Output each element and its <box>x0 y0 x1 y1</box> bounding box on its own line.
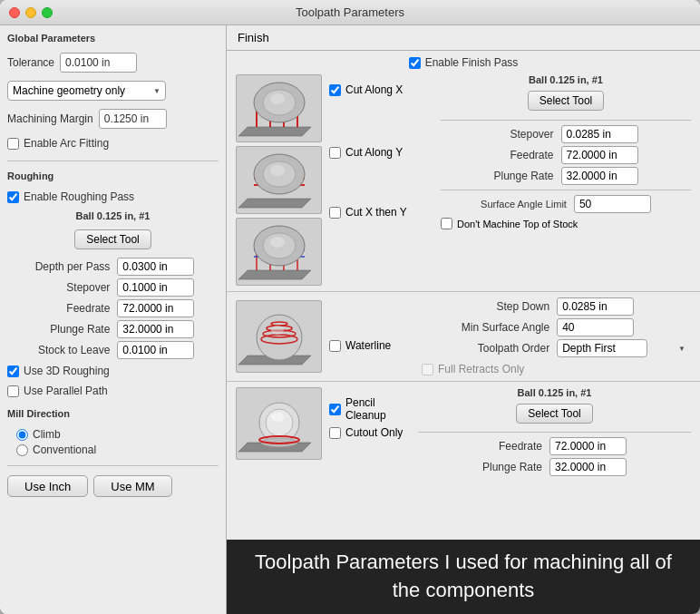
zoom-button[interactable] <box>42 7 53 18</box>
machining-margin-input[interactable] <box>99 109 167 129</box>
surface-angle-limit-input[interactable] <box>574 195 651 213</box>
cut-along-x-checkbox[interactable] <box>329 84 341 96</box>
pencil-cleanup-label: Pencil Cleanup <box>345 396 411 422</box>
finish-select-tool-btn[interactable]: Select Tool <box>528 91 604 111</box>
toolpath-order-wrapper: Depth First Breadth First <box>557 339 691 357</box>
stock-to-leave-input[interactable] <box>117 341 194 359</box>
waterline-preview <box>236 300 322 373</box>
pencil-feedrate-input[interactable] <box>549 437 627 455</box>
finish-plunge-label: Plunge Rate <box>441 170 554 182</box>
enable-finish-pass-checkbox[interactable] <box>409 57 421 69</box>
svg-marker-16 <box>238 270 311 279</box>
titlebar: Toolpath Parameters <box>0 0 700 25</box>
depth-per-pass-input[interactable] <box>117 258 194 276</box>
use-inch-btn[interactable]: Use Inch <box>7 475 88 497</box>
cut-along-y-checkbox[interactable] <box>329 147 341 159</box>
cut-along-y-label: Cut Along Y <box>345 146 403 159</box>
svg-point-7 <box>270 93 285 104</box>
enable-roughing-checkbox[interactable] <box>7 191 19 203</box>
cutout-only-checkbox[interactable] <box>329 427 341 439</box>
step-down-input[interactable] <box>557 297 634 316</box>
cut-along-x-preview <box>236 74 322 142</box>
pencil-section: Pencil Cleanup Cutout Only Ball 0.125 in… <box>227 382 700 482</box>
step-down-label: Step Down <box>418 300 549 313</box>
minimize-button[interactable] <box>25 7 36 18</box>
cutout-only-label: Cutout Only <box>345 426 403 439</box>
cut-along-y-preview <box>236 146 322 214</box>
window-title: Toolpath Parameters <box>296 5 404 19</box>
depth-per-pass-label: Depth per Pass <box>11 260 110 273</box>
enable-arc-fitting-checkbox[interactable] <box>7 138 19 150</box>
use-mm-btn[interactable]: Use MM <box>93 475 171 497</box>
svg-point-33 <box>271 326 284 335</box>
pencil-preview <box>236 387 322 460</box>
finish-feedrate-input[interactable] <box>561 146 638 164</box>
min-surface-angle-input[interactable] <box>557 318 634 336</box>
traffic-lights <box>9 7 53 18</box>
finish-stepover-input[interactable] <box>561 125 638 143</box>
full-retracts-only-label: Full Retracts Only <box>438 363 524 375</box>
svg-point-15 <box>270 165 285 176</box>
pencil-plunge-input[interactable] <box>549 458 627 476</box>
right-content: Enable Finish Pass <box>227 51 700 540</box>
roughing-header: Roughing <box>7 171 219 181</box>
enable-arc-fitting-label: Enable Arc Fitting <box>24 137 109 150</box>
plunge-rate-left-label: Plunge Rate <box>11 323 110 336</box>
use-3d-roughing-checkbox[interactable] <box>7 365 19 377</box>
machine-geometry-wrapper: Machine geometry only <box>7 81 166 101</box>
climb-label: Climb <box>33 428 61 441</box>
stepover-left-input[interactable] <box>117 278 194 297</box>
waterline-checkbox[interactable] <box>329 340 341 352</box>
feedrate-left-label: Feedrate <box>11 302 110 315</box>
svg-point-39 <box>271 413 284 422</box>
stock-to-leave-label: Stock to Leave <box>11 344 110 356</box>
finish-stepover-label: Stepover <box>441 128 554 141</box>
dont-machine-top-checkbox[interactable] <box>441 218 452 229</box>
toolpath-order-label: Toolpath Order <box>418 342 549 355</box>
toolpath-order-select[interactable]: Depth First Breadth First <box>557 339 647 357</box>
feedrate-left-input[interactable] <box>117 299 194 317</box>
stepover-left-label: Stepover <box>11 281 110 294</box>
global-params-header: Global Parameters <box>7 33 219 44</box>
close-button[interactable] <box>9 7 20 18</box>
dont-machine-top-label: Don't Machine Top of Stock <box>457 219 578 229</box>
conventional-radio[interactable] <box>16 444 28 456</box>
left-panel: Global Parameters Tolerance Machine geom… <box>0 25 227 614</box>
full-retracts-only-checkbox[interactable] <box>422 364 433 375</box>
pencil-feedrate-label: Feedrate <box>418 440 542 453</box>
conventional-label: Conventional <box>33 443 96 456</box>
plunge-rate-left-input[interactable] <box>117 320 194 338</box>
use-parallel-path-label: Use Parallel Path <box>24 385 108 397</box>
cut-x-then-y-preview <box>236 218 322 286</box>
pencil-params-panel: Ball 0.125 in, #1 Select Tool Feedrate P… <box>418 387 691 476</box>
mill-direction-group: Climb Conventional <box>16 428 219 456</box>
surface-angle-limit-label: Surface Angle Limit <box>441 199 567 210</box>
waterline-label: Waterline <box>345 339 391 352</box>
tolerance-input[interactable] <box>60 53 137 73</box>
mill-direction-label: Mill Direction <box>7 408 219 419</box>
waterline-section: Waterline Step Down Min Surface Angle To… <box>227 292 700 382</box>
bottom-banner: Toolpath Parameters I used for machining… <box>227 540 700 614</box>
pencil-cleanup-checkbox[interactable] <box>329 404 341 415</box>
pencil-plunge-label: Plunge Rate <box>418 461 542 473</box>
climb-radio[interactable] <box>16 429 28 441</box>
roughing-ball-label: Ball 0.125 in, #1 <box>7 210 219 221</box>
finish-header: Finish <box>227 25 700 51</box>
min-surface-angle-label: Min Surface Angle <box>418 321 549 334</box>
svg-marker-0 <box>238 127 311 136</box>
right-panel: Finish Enable Finish Pass <box>227 25 700 614</box>
cut-along-x-label: Cut Along X <box>345 83 403 96</box>
roughing-select-tool-btn[interactable]: Select Tool <box>74 229 151 249</box>
finish-plunge-input[interactable] <box>561 167 638 185</box>
svg-point-26 <box>270 237 285 248</box>
use-3d-roughing-label: Use 3D Roughing <box>24 365 110 377</box>
tolerance-label: Tolerance <box>7 56 54 69</box>
cut-x-then-y-checkbox[interactable] <box>329 207 341 219</box>
finish-section: Enable Finish Pass <box>227 51 700 292</box>
enable-finish-pass-label: Enable Finish Pass <box>425 56 519 69</box>
machining-margin-label: Machining Margin <box>7 112 93 125</box>
use-parallel-path-checkbox[interactable] <box>7 385 19 397</box>
enable-roughing-label: Enable Roughing Pass <box>24 190 134 203</box>
machine-geometry-select[interactable]: Machine geometry only <box>7 81 166 101</box>
pencil-select-tool-btn[interactable]: Select Tool <box>516 404 592 424</box>
